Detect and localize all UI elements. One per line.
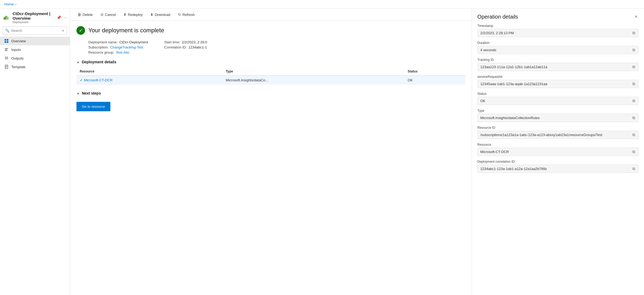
type-copy-button[interactable]: ⧉ [632,116,636,120]
deployment-correlation-id-value: 1234abc1-123a-1ab1-a12a-12a1aa2b789z [480,167,632,171]
redeploy-button[interactable]: ⬆ Redeploy [120,11,146,18]
sidebar-inputs-label: Inputs [11,48,21,52]
field-timestamp: Timestamp 2/2/2023, 2:28:13 PM ⧉ [477,24,639,37]
tracking-id-copy-button[interactable]: ⧉ [632,65,636,69]
toolbar: 🗑 Delete ⊘ Cancel ⬆ Redeploy ⬇ Download … [70,9,472,21]
pin-icon[interactable]: 📌 [57,15,61,20]
sidebar-item-template[interactable]: Template [0,63,70,71]
tracking-id-label: Tracking ID [477,58,639,62]
download-label: Download [155,13,170,17]
status-copy-button[interactable]: ⧉ [632,99,636,103]
sidebar-outputs-label: Outputs [11,56,24,60]
search-icon: 🔍 [5,29,9,33]
svg-rect-6 [7,41,8,43]
svg-rect-10 [5,57,8,57]
resource-group-link[interactable]: Test-Abc [116,50,130,54]
subscription-label: Subscription: [88,45,108,49]
collapse-button[interactable]: « [61,28,65,33]
svg-rect-3 [5,39,6,41]
sidebar-item-inputs[interactable]: Inputs [0,45,70,54]
table-header-row: Resource Type Status [76,67,465,76]
svg-rect-2 [6,17,9,19]
go-to-resource-button[interactable]: Go to resource [76,102,110,111]
timestamp-value: 2/2/2023, 2:28:13 PM [480,31,632,35]
download-button[interactable]: ⬇ Download [147,11,174,18]
cancel-label: Cancel [105,13,116,17]
service-request-id-copy-button[interactable]: ⧉ [632,82,636,86]
resource-copy-button[interactable]: ⧉ [632,150,636,154]
timestamp-copy-button[interactable]: ⧉ [632,31,636,35]
type-value: Microsoft.Insights/dataCollectionRules [480,116,632,120]
deployment-details-header[interactable]: ▲ Deployment details [76,60,465,64]
svg-rect-11 [5,58,8,58]
more-icon[interactable]: ··· [63,15,66,20]
status-label: Status [477,92,639,96]
delete-icon: 🗑 [78,12,81,17]
subscription-link[interactable]: ChangeTracking-Test [110,45,143,49]
sidebar-app-subtitle: Deployment [13,20,57,24]
tracking-id-value-box: 123aa123-111a-12a1-12b1-1ab1a12ab11a ⧉ [477,63,639,71]
refresh-button[interactable]: ↻ Refresh [175,11,198,18]
resource-id-value-box: /subscriptions/1a123a1a-1abc-123a-a123-a… [477,131,639,139]
duration-copy-button[interactable]: ⧉ [632,48,636,52]
sidebar-title-area: CtDcr-Deployment | Overview Deployment [3,11,57,24]
type-value-box: Microsoft.Insights/dataCollectionRules ⧉ [477,114,639,122]
inputs-icon [4,47,9,52]
resource-group-label: Resource group: [88,50,114,54]
delete-button[interactable]: 🗑 Delete [74,11,96,18]
start-time-value: 2/2/2023, 2:28:0 [182,40,207,44]
svg-rect-4 [7,39,8,41]
deployment-name-value: CtDcr-Deployment [119,40,148,44]
deployment-table: Resource Type Status ✓ Microsoft-CT-DCR … [76,67,465,85]
close-button[interactable]: × [634,13,639,21]
deployment-details-section: ▲ Deployment details Resource Type Statu… [76,60,465,85]
resource-value: Microsoft-CT-DCR [480,150,632,154]
next-steps-section: ▲ Next steps Go to resource [76,91,465,111]
svg-rect-15 [6,67,7,67]
refresh-icon: ↻ [178,12,181,17]
resource-link[interactable]: Microsoft-CT-DCR [84,78,113,82]
deployment-meta: Deployment name: CtDcr-Deployment Subscr… [88,40,465,54]
start-time-row: Start time: 2/2/2023, 2:28:0 [164,40,207,44]
cancel-button[interactable]: ⊘ Cancel [97,11,119,18]
row-success-icon: ✓ [80,78,83,82]
tracking-id-value: 123aa123-111a-12a1-12b1-1ab1a12ab11a [480,65,632,69]
next-steps-chevron-icon: ▲ [76,91,80,95]
status-value-box: OK ⧉ [477,97,639,105]
success-banner: ✓ Your deployment is complete [76,26,465,35]
deployment-correlation-id-copy-button[interactable]: ⧉ [632,166,636,171]
resource-id-copy-button[interactable]: ⧉ [632,133,636,137]
field-tracking-id: Tracking ID 123aa123-111a-12a1-12b1-1ab1… [477,58,639,71]
sidebar-template-label: Template [11,65,26,69]
field-deployment-correlation-id: Deployment correlation ID 1234abc1-123a-… [477,160,639,173]
col-type: Type [223,67,405,76]
sidebar-item-outputs[interactable]: Outputs [0,54,70,63]
table-row[interactable]: ✓ Microsoft-CT-DCR Microsoft.Insights/da… [76,76,465,85]
correlation-row: Correlation ID: 1234abc1-1 [164,45,207,49]
table-cell-status: OK [404,76,465,85]
refresh-label: Refresh [183,13,195,17]
col-status: Status [404,67,465,76]
deployment-name-label: Deployment name: [88,40,118,44]
field-service-request-id: serviceRequestId 12345aaa-1ab1-123a-aqab… [477,75,639,88]
service-request-id-value: 12345aaa-1ab1-123a-aqab-1a123a1231aa [480,82,632,86]
resource-id-label: Resource ID [477,126,639,130]
resource-label: Resource [477,143,639,147]
breadcrumb-home[interactable]: Home [4,2,14,6]
breadcrumb: Home › [0,0,644,9]
cancel-icon: ⊘ [100,12,104,17]
sidebar-item-overview[interactable]: Overview [0,37,70,45]
meta-right: Start time: 2/2/2023, 2:28:0 Correlation… [164,40,207,54]
service-request-id-label: serviceRequestId [477,75,639,79]
table-cell-resource: ✓ Microsoft-CT-DCR [76,76,223,85]
field-duration: Duration 4 seconds ⧉ [477,41,639,54]
search-input[interactable] [11,29,61,33]
status-value: OK [480,99,632,103]
table-cell-type: Microsoft.Insights/dataCo... [223,76,405,85]
next-steps-header[interactable]: ▲ Next steps [76,91,465,95]
sidebar-title-actions: 📌 ··· [57,15,66,20]
deployment-name-row: Deployment name: CtDcr-Deployment [88,40,148,44]
chevron-up-icon: ▲ [76,60,80,64]
field-resource: Resource Microsoft-CT-DCR ⧉ [477,143,639,156]
resource-group-row: Resource group: Test-Abc [88,50,148,54]
